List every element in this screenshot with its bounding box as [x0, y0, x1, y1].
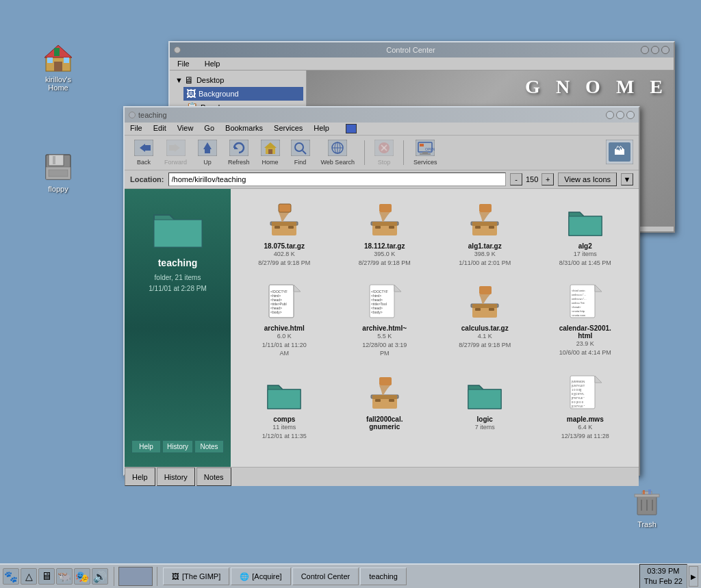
- tw-menu-icon[interactable]: [346, 124, 357, 133]
- view-as-icons-btn[interactable]: View as Icons: [558, 172, 617, 186]
- tw-corner-icon: 🏔: [606, 140, 633, 164]
- taskbar-icon-footprint[interactable]: 🐾: [3, 568, 19, 585]
- web-search-button[interactable]: Web Search: [317, 138, 359, 167]
- refresh-button[interactable]: Refresh: [224, 138, 254, 167]
- list-item[interactable]: <!DOCTYF <html> <head> <title>Tool <head…: [338, 278, 432, 362]
- list-item[interactable]: [VERSION [USTYLET 1 0 0 0][ 0 ][CSTYL [P…: [539, 369, 633, 444]
- taskbar-icon-screen[interactable]: 🖥: [38, 568, 55, 585]
- tw-tab-notes[interactable]: Notes: [194, 440, 224, 453]
- svg-rect-18: [643, 490, 645, 494]
- svg-rect-59: [272, 222, 296, 226]
- svg-rect-9: [53, 156, 55, 164]
- tw-maximize-btn[interactable]: [616, 111, 624, 119]
- svg-rect-67: [375, 226, 381, 229]
- tw-menu-file[interactable]: File: [130, 124, 142, 133]
- trash-icon[interactable]: Trash: [623, 486, 671, 528]
- svg-rect-64: [379, 204, 392, 212]
- toolbar-separator: [364, 140, 365, 165]
- tw-close-dot[interactable]: [129, 112, 136, 118]
- cc-close-dot[interactable]: [174, 47, 181, 53]
- taskbar-divider-2: [157, 567, 157, 586]
- tw-sidebar-tabs: Help History Notes: [131, 440, 224, 453]
- home-toolbar-button[interactable]: Home: [257, 138, 284, 167]
- history-statusbar-btn[interactable]: History: [157, 468, 195, 486]
- taskbar-acquire-btn[interactable]: 🌐 [Acquire]: [231, 567, 290, 585]
- cc-menu-help[interactable]: Help: [203, 59, 222, 68]
- list-item[interactable]: fall2000cal.gnumeric: [338, 369, 432, 444]
- taskbar-gimp-btn[interactable]: 🖼 [The GIMP]: [163, 567, 229, 585]
- taskbar-icon-drama[interactable]: 🎭: [74, 568, 90, 585]
- svg-marker-114: [595, 376, 602, 383]
- services-icon: OPEN: [416, 140, 435, 159]
- tw-menu-edit[interactable]: Edit: [153, 124, 166, 133]
- svg-rect-34: [268, 149, 272, 154]
- tw-minimize-btn[interactable]: [606, 111, 614, 119]
- list-item[interactable]: calculus.tar.gz 4.1 K8/27/99 at 9:18 PM: [438, 278, 532, 362]
- tw-menu-services[interactable]: Services: [274, 124, 303, 133]
- tw-close-btn[interactable]: [626, 111, 635, 119]
- cc-tree-background[interactable]: 🖼 Background: [183, 87, 303, 101]
- svg-text:<head>: <head>: [572, 305, 581, 309]
- tgz-icon: [264, 200, 305, 241]
- home-icon[interactable]: kirillov's Home: [34, 41, 82, 92]
- taskbar-arrow-btn[interactable]: ▶: [689, 566, 698, 587]
- file-name: maple.mws: [567, 416, 604, 423]
- list-item[interactable]: 18.112.tar.gz 395.0 K8/27/99 at 9:18 PM: [338, 196, 432, 271]
- list-item[interactable]: alg2 17 items8/31/00 at 1:45 PM: [539, 196, 633, 271]
- file-meta: 6.4 K12/13/99 at 11:28: [561, 423, 609, 440]
- cc-close-btn[interactable]: [661, 46, 670, 54]
- taskbar-teaching-btn[interactable]: teaching: [360, 567, 407, 585]
- tw-menu-help[interactable]: Help: [314, 124, 329, 133]
- file-name: archive.html: [264, 324, 305, 332]
- cc-menu-file[interactable]: File: [175, 59, 192, 68]
- taskbar-control-center-btn[interactable]: Control Center: [292, 567, 359, 585]
- find-button[interactable]: Find: [287, 138, 314, 167]
- forward-button[interactable]: Forward: [160, 138, 191, 167]
- list-item[interactable]: <!DOCTYF <html> <head> <title>Publ <head…: [238, 278, 331, 362]
- taskbar-pager: [117, 565, 154, 587]
- stop-button[interactable]: Stop: [370, 138, 398, 167]
- tw-tab-help[interactable]: Help: [131, 440, 161, 453]
- list-item[interactable]: <html xmin xmlns:o="... xmlns:w="... xml…: [539, 278, 633, 362]
- view-dropdown-btn[interactable]: ▼: [621, 173, 633, 186]
- list-item[interactable]: logic 7 items: [438, 369, 532, 444]
- location-input[interactable]: [168, 172, 506, 186]
- cc-window-controls: [641, 46, 670, 54]
- svg-rect-13: [635, 494, 659, 497]
- file-meta: 17 items8/31/00 at 1:45 PM: [559, 250, 611, 267]
- list-item[interactable]: comps 11 items1/12/01 at 11:35: [238, 369, 331, 444]
- location-bar: Location: - 150 + View as Icons ▼: [125, 170, 639, 189]
- zoom-in-btn[interactable]: +: [541, 173, 554, 186]
- services-button[interactable]: OPEN Services: [409, 138, 442, 167]
- svg-text:0 0 }0 0 0: 0 0 }0 0 0: [572, 400, 584, 404]
- list-item[interactable]: alg1.tar.gz 398.9 K1/11/00 at 2:01 PM: [438, 196, 532, 271]
- back-button[interactable]: Back: [130, 138, 157, 167]
- tw-tab-history[interactable]: History: [162, 440, 193, 453]
- help-statusbar-btn[interactable]: Help: [125, 468, 155, 486]
- svg-rect-112: [389, 399, 394, 402]
- tw-menu-bookmarks[interactable]: Bookmarks: [225, 124, 263, 133]
- tw-body: teaching folder, 21 items 1/11/01 at 2:2…: [125, 189, 639, 467]
- clock-date: Thu Feb 22: [644, 576, 683, 587]
- zoom-out-btn[interactable]: -: [510, 173, 522, 186]
- cc-titlebar: Control Center: [170, 42, 674, 57]
- cc-minimize-btn[interactable]: [641, 46, 649, 54]
- floppy-icon[interactable]: floppy: [34, 151, 82, 193]
- tw-menu-go[interactable]: Go: [204, 124, 214, 133]
- svg-rect-3: [47, 57, 53, 63]
- cc-tree-desktop[interactable]: ▼ 🖥 Desktop: [173, 73, 303, 87]
- list-item[interactable]: 18.075.tar.gz 402.8 K8/27/99 at 9:18 PM: [238, 196, 331, 271]
- taskbar-pager-icon[interactable]: [118, 567, 153, 586]
- cc-tree-desktop-label: Desktop: [196, 76, 224, 84]
- taskbar-icon-triangle[interactable]: △: [21, 568, 37, 585]
- taskbar-icon-audio[interactable]: 🔊: [92, 568, 108, 585]
- notes-statusbar-btn[interactable]: Notes: [196, 468, 231, 486]
- taskbar: 🐾 △ 🖥 🐃 🎭 🔊 🖼 [The GIMP] 🌐 [Acquire] Con…: [0, 563, 701, 588]
- svg-rect-66: [372, 222, 397, 226]
- svg-rect-29: [229, 140, 248, 156]
- file-meta: 402.8 K8/27/99 at 9:18 PM: [258, 250, 310, 267]
- taskbar-icon-gnu[interactable]: 🐃: [56, 568, 73, 585]
- tw-menu-view[interactable]: View: [177, 124, 194, 133]
- cc-maximize-btn[interactable]: [651, 46, 659, 54]
- up-button[interactable]: Up: [194, 138, 221, 167]
